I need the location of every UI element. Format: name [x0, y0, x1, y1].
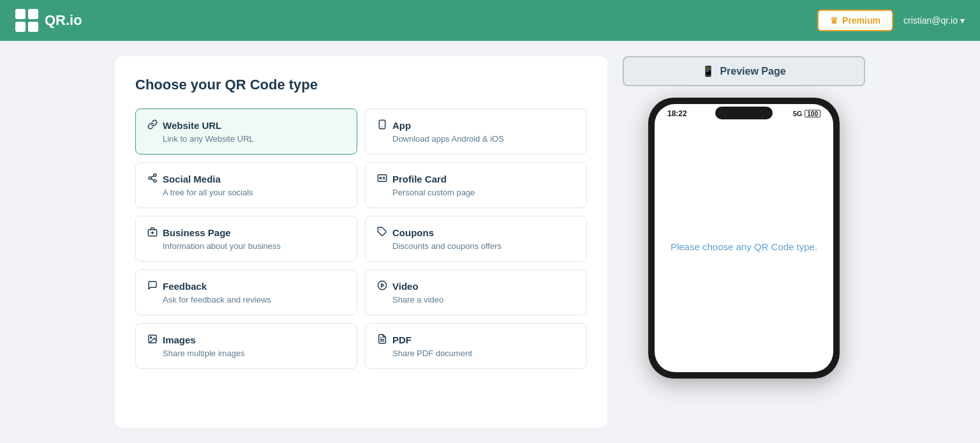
card-title-text: Business Page: [163, 227, 231, 238]
card-video[interactable]: Video Share a video: [365, 269, 587, 315]
phone-frame: 18:22 5G 100 Please choose any QR Code t…: [648, 98, 840, 379]
card-title-text: Images: [163, 334, 196, 345]
user-email: cristian@qr.io: [903, 15, 958, 26]
svg-point-8: [380, 177, 382, 179]
card-coupons[interactable]: Coupons Discounts and coupons offers: [365, 216, 587, 262]
preview-button-label: Preview Page: [720, 66, 785, 77]
profile-card-icon: [377, 173, 387, 185]
app-icon: [377, 119, 387, 131]
card-title-text: PDF: [392, 334, 412, 345]
card-title-text: Coupons: [392, 227, 434, 238]
feedback-icon: [147, 280, 158, 292]
card-title-text: Feedback: [163, 281, 207, 292]
images-icon: [147, 334, 158, 346]
preview-page-button[interactable]: 📱 Preview Page: [623, 56, 865, 86]
user-menu[interactable]: cristian@qr.io ▾: [903, 15, 965, 26]
card-feedback[interactable]: Feedback Ask for feedback and reviews: [135, 269, 357, 315]
svg-point-16: [151, 337, 152, 338]
phone-screen: 18:22 5G 100 Please choose any QR Code t…: [655, 104, 833, 372]
phone-signal: 5G: [793, 110, 803, 117]
card-title-text: Video: [392, 281, 419, 292]
card-subtitle-text: Share a video: [377, 295, 575, 304]
pdf-icon: [377, 334, 387, 346]
card-subtitle-text: Share PDF document: [377, 349, 575, 358]
header-right: ♛ Premium cristian@qr.io ▾: [817, 10, 965, 31]
card-subtitle-text: Download apps Android & iOS: [377, 134, 575, 144]
phone-time: 18:22: [667, 109, 687, 118]
logo-text: QR.io: [45, 12, 82, 29]
left-panel: Choose your QR Code type Website URL Lin…: [115, 56, 607, 428]
chevron-down-icon: ▾: [960, 15, 965, 26]
card-subtitle-text: A tree for all your socials: [147, 188, 345, 197]
business-page-icon: [147, 227, 158, 239]
card-social-media[interactable]: Social Media A tree for all your socials: [135, 162, 357, 208]
website-url-icon: [147, 119, 158, 131]
phone-placeholder-text: Please choose any QR Code type.: [671, 241, 817, 252]
battery-indicator: 100: [805, 110, 820, 117]
card-subtitle-text: Discounts and coupons offers: [377, 241, 575, 251]
svg-marker-14: [382, 283, 384, 287]
card-subtitle-text: Ask for feedback and reviews: [147, 295, 345, 304]
card-subtitle-text: Link to any Website URL: [147, 134, 345, 144]
card-business-page[interactable]: Business Page Information about your bus…: [135, 216, 357, 262]
header: QR.io ♛ Premium cristian@qr.io ▾: [0, 0, 980, 41]
card-images[interactable]: Images Share multiple images: [135, 323, 357, 369]
card-subtitle-text: Share multiple images: [147, 349, 345, 358]
crown-icon: ♛: [830, 15, 838, 26]
card-grid: Website URL Link to any Website URL App …: [135, 109, 587, 369]
svg-point-13: [378, 281, 386, 289]
video-icon: [377, 280, 387, 292]
card-pdf[interactable]: PDF Share PDF document: [365, 323, 587, 369]
card-app[interactable]: App Download apps Android & iOS: [365, 109, 587, 154]
card-title-text: Social Media: [163, 174, 221, 184]
phone-icon: 📱: [702, 65, 715, 77]
card-subtitle-text: Information about your business: [147, 241, 345, 251]
premium-button[interactable]: ♛ Premium: [817, 10, 893, 31]
logo-icon: [15, 9, 38, 32]
card-website-url[interactable]: Website URL Link to any Website URL: [135, 109, 357, 154]
svg-line-5: [151, 179, 154, 181]
right-panel: 📱 Preview Page 18:22 5G 100 Please choos…: [623, 56, 865, 428]
phone-status-right: 5G 100: [793, 110, 820, 117]
phone-notch: [715, 107, 773, 119]
card-title-text: Website URL: [163, 120, 221, 131]
panel-title: Choose your QR Code type: [135, 77, 587, 93]
logo: QR.io: [15, 9, 82, 32]
phone-content: Please choose any QR Code type.: [655, 121, 833, 372]
premium-label: Premium: [842, 15, 880, 26]
card-title-text: App: [392, 120, 411, 131]
card-title-text: Profile Card: [392, 174, 447, 184]
main-layout: Choose your QR Code type Website URL Lin…: [0, 41, 980, 443]
phone-status-bar: 18:22 5G 100: [655, 104, 833, 121]
svg-line-6: [151, 176, 154, 177]
card-subtitle-text: Personal custom page: [377, 188, 575, 197]
coupons-icon: [377, 227, 387, 239]
card-profile-card[interactable]: Profile Card Personal custom page: [365, 162, 587, 208]
social-media-icon: [147, 173, 158, 185]
